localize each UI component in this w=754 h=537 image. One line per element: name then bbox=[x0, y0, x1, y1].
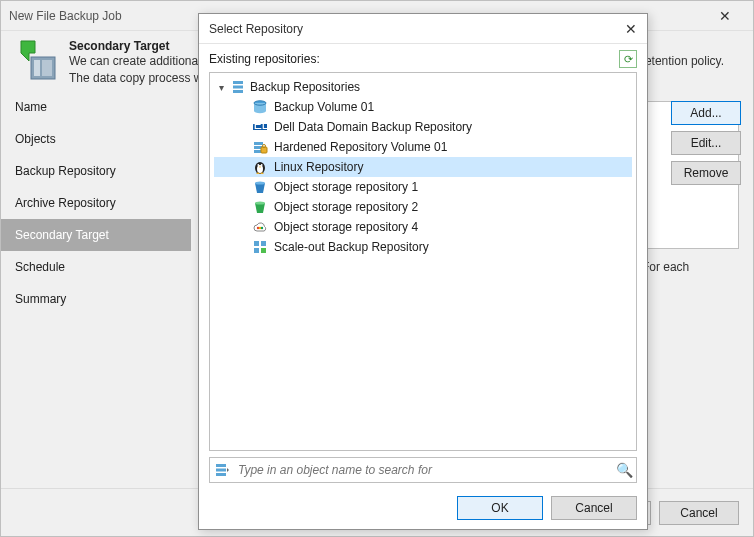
svg-rect-4 bbox=[233, 86, 243, 89]
svg-rect-26 bbox=[254, 248, 259, 253]
chevron-down-icon[interactable]: ▾ bbox=[216, 82, 226, 93]
wizard-nav: NameObjectsBackup RepositoryArchive Repo… bbox=[1, 91, 191, 484]
tree-item[interactable]: Object storage repository 2 bbox=[214, 197, 632, 217]
svg-rect-1 bbox=[34, 60, 40, 76]
nav-item[interactable]: Objects bbox=[1, 123, 191, 155]
search-row: 🔍 bbox=[209, 457, 637, 483]
add-button[interactable]: Add... bbox=[671, 101, 741, 125]
search-icon[interactable]: 🔍 bbox=[612, 462, 636, 478]
wizard-window: New File Backup Job ✕ Secondary Target W… bbox=[0, 0, 754, 537]
secondary-target-icon bbox=[15, 39, 59, 83]
tree-root-label: Backup Repositories bbox=[250, 80, 360, 94]
linux-icon bbox=[252, 159, 268, 175]
tree-item[interactable]: DELLDell Data Domain Backup Repository bbox=[214, 117, 632, 137]
tree-item-label: Linux Repository bbox=[274, 160, 363, 174]
svg-point-23 bbox=[261, 227, 263, 229]
remove-button[interactable]: Remove bbox=[671, 161, 741, 185]
dialog-titlebar: Select Repository ✕ bbox=[199, 14, 647, 44]
svg-rect-10 bbox=[254, 142, 263, 145]
disk-icon bbox=[252, 99, 268, 115]
cancel-button[interactable]: Cancel bbox=[659, 501, 739, 525]
svg-text:DELL: DELL bbox=[252, 119, 268, 132]
svg-rect-5 bbox=[233, 90, 243, 93]
tree-item-label: Object storage repository 4 bbox=[274, 220, 418, 234]
dell-icon: DELL bbox=[252, 119, 268, 135]
dialog-close-icon[interactable]: ✕ bbox=[609, 21, 637, 37]
nav-item[interactable]: Secondary Target bbox=[1, 219, 191, 251]
svg-rect-30 bbox=[216, 473, 226, 476]
svg-rect-25 bbox=[261, 241, 266, 246]
dialog-footer: OK Cancel bbox=[199, 487, 647, 529]
list-side-buttons: Add... Edit... Remove bbox=[671, 101, 741, 185]
refresh-icon[interactable]: ⟳ bbox=[619, 50, 637, 68]
repositories-root-icon bbox=[230, 79, 246, 95]
svg-point-16 bbox=[257, 165, 263, 173]
nav-item[interactable]: Schedule bbox=[1, 251, 191, 283]
tree-item[interactable]: Scale-out Backup Repository bbox=[214, 237, 632, 257]
svg-rect-14 bbox=[263, 145, 266, 148]
nav-item[interactable]: Summary bbox=[1, 283, 191, 315]
tree-item-label: Dell Data Domain Backup Repository bbox=[274, 120, 472, 134]
tree-root[interactable]: ▾ Backup Repositories bbox=[214, 77, 632, 97]
nav-item[interactable]: Name bbox=[1, 91, 191, 123]
svg-point-17 bbox=[257, 164, 259, 166]
bucket-blue-icon bbox=[252, 179, 268, 195]
tree-item[interactable]: Backup Volume 01 bbox=[214, 97, 632, 117]
svg-rect-2 bbox=[42, 60, 52, 76]
dialog-cancel-button[interactable]: Cancel bbox=[551, 496, 637, 520]
ok-button[interactable]: OK bbox=[457, 496, 543, 520]
tree-item[interactable]: Linux Repository bbox=[214, 157, 632, 177]
tree-item[interactable]: Hardened Repository Volume 01 bbox=[214, 137, 632, 157]
cloud-icon bbox=[252, 219, 268, 235]
select-repository-dialog: Select Repository ✕ Existing repositorie… bbox=[198, 13, 648, 530]
tree-item[interactable]: Object storage repository 4 bbox=[214, 217, 632, 237]
svg-rect-3 bbox=[233, 81, 243, 84]
bucket-green-icon bbox=[252, 199, 268, 215]
tree-item-label: Object storage repository 2 bbox=[274, 200, 418, 214]
close-icon[interactable]: ✕ bbox=[705, 8, 745, 24]
repositories-tree[interactable]: ▾ Backup Repositories Backup Volume 01DE… bbox=[209, 72, 637, 451]
tree-item-label: Object storage repository 1 bbox=[274, 180, 418, 194]
hardened-icon bbox=[252, 139, 268, 155]
dialog-title: Select Repository bbox=[209, 22, 609, 36]
svg-point-18 bbox=[261, 164, 263, 166]
existing-repositories-label: Existing repositories: bbox=[209, 52, 619, 66]
svg-rect-27 bbox=[261, 248, 266, 253]
tree-item-label: Scale-out Backup Repository bbox=[274, 240, 429, 254]
svg-rect-29 bbox=[216, 469, 226, 472]
search-input[interactable] bbox=[234, 458, 612, 482]
nav-item[interactable]: Archive Repository bbox=[1, 187, 191, 219]
tree-item-label: Hardened Repository Volume 01 bbox=[274, 140, 447, 154]
nav-item[interactable]: Backup Repository bbox=[1, 155, 191, 187]
filter-type-icon[interactable] bbox=[210, 462, 234, 478]
tree-item-label: Backup Volume 01 bbox=[274, 100, 374, 114]
edit-button[interactable]: Edit... bbox=[671, 131, 741, 155]
tree-item[interactable]: Object storage repository 1 bbox=[214, 177, 632, 197]
scaleout-icon bbox=[252, 239, 268, 255]
svg-rect-28 bbox=[216, 464, 226, 467]
svg-point-19 bbox=[255, 181, 265, 184]
svg-point-20 bbox=[255, 201, 265, 204]
svg-rect-24 bbox=[254, 241, 259, 246]
